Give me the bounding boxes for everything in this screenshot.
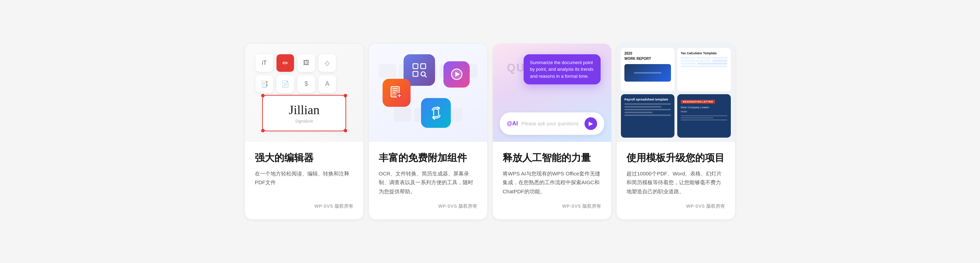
signature-area: Jillian Signature xyxy=(262,95,346,131)
ai-card: QUARTER SU Summarize the document point … xyxy=(493,44,611,220)
plugins-description: OCR、文件转换、简历生成器、屏幕录制、调查表以及一系列方便的工具，随时为您提供… xyxy=(379,169,477,196)
resignation-badge: RESIGNATION LETTER xyxy=(681,100,715,104)
editor-watermark: WP·SVS 版权所有 xyxy=(314,204,353,209)
plugins-content: 丰富的免费附加组件 OCR、文件转换、简历生成器、屏幕录制、调查表以及一系列方便… xyxy=(369,142,487,196)
tax-calculator-card: Tax Calculator Template xyxy=(677,48,731,91)
icon-text: iT xyxy=(256,54,273,72)
ai-watermark: WP·SVS 版权所有 xyxy=(562,204,601,209)
tax-card-rows xyxy=(681,57,727,67)
payroll-card: Payroll spreadsheet template xyxy=(621,94,675,138)
templates-description: 超过10000个PDF、Word、表格、幻灯片和简历模板等待着您，让您能够毫不费… xyxy=(627,169,725,196)
editor-image: iT ✏ 🖼 ◇ 📑 📄 $ A Jillian Si xyxy=(245,44,363,142)
ai-input-placeholder: Please ask your questions xyxy=(522,121,581,126)
icon-image: 🖼 xyxy=(298,54,315,72)
ai-input-bar[interactable]: @AI Please ask your questions ▶ xyxy=(500,112,604,135)
editor-description: 在一个地方轻松阅读、编辑、转换和注释PDF文件 xyxy=(255,169,353,196)
plugins-watermark: WP·SVS 版权所有 xyxy=(438,204,477,209)
work-report-card: 2020 WORK REPORT xyxy=(621,48,675,91)
icon-doc: 📑 xyxy=(256,75,273,93)
cards-container: iT ✏ 🖼 ◇ 📑 📄 $ A Jillian Si xyxy=(245,44,735,220)
editor-icons-grid: iT ✏ 🖼 ◇ 📑 📄 $ A xyxy=(256,54,336,93)
ai-send-button[interactable]: ▶ xyxy=(584,117,597,130)
ai-title: 释放人工智能的力量 xyxy=(503,151,601,164)
templates-image: 2020 WORK REPORT Tax Calculator Template xyxy=(617,44,735,142)
resignation-hello: Hello xyxy=(681,110,727,113)
svg-line-4 xyxy=(425,75,426,77)
plugins-title: 丰富的免费附加组件 xyxy=(379,151,477,164)
ai-content: 释放人工智能的力量 将WPS AI与您现有的WPS Office套件无缝集成，在… xyxy=(493,142,611,196)
signature-label: Signature xyxy=(274,119,335,124)
resignation-card: RESIGNATION LETTER Dear Company Leader: … xyxy=(677,94,731,138)
plugins-card: 丰富的免费附加组件 OCR、文件转换、简历生成器、屏幕录制、调查表以及一系列方便… xyxy=(369,44,487,220)
ai-at-sign: @AI xyxy=(507,121,518,127)
templates-watermark: WP·SVS 版权所有 xyxy=(686,204,725,209)
icon-font: A xyxy=(318,75,336,93)
work-report-title: WORK REPORT xyxy=(624,57,671,61)
plugin-icon-pdf xyxy=(383,79,410,107)
plugins-image xyxy=(369,44,487,142)
resignation-greeting: Dear Company Leader: xyxy=(681,106,727,109)
templates-content: 使用模板升级您的项目 超过10000个PDF、Word、表格、幻灯片和简历模板等… xyxy=(617,142,735,196)
plugin-icon-convert xyxy=(421,98,451,128)
editor-card: iT ✏ 🖼 ◇ 📑 📄 $ A Jillian Si xyxy=(245,44,363,220)
templates-card: 2020 WORK REPORT Tax Calculator Template xyxy=(617,44,735,220)
ai-footer: WP·SVS 版权所有 xyxy=(493,196,611,209)
ai-description: 将WPS AI与您现有的WPS Office套件无缝集成，在您熟悉的工作流程中探… xyxy=(503,169,601,196)
templates-footer: WP·SVS 版权所有 xyxy=(617,196,735,209)
payroll-rows xyxy=(624,103,671,116)
signature-text: Jillian xyxy=(274,103,335,117)
ai-image: QUARTER SU Summarize the document point … xyxy=(493,44,611,142)
editor-footer: WP·SVS 版权所有 xyxy=(245,196,363,209)
svg-rect-1 xyxy=(421,64,426,69)
tax-card-title: Tax Calculator Template xyxy=(681,51,727,55)
icon-diamond: ◇ xyxy=(318,54,336,72)
icon-dollar: $ xyxy=(298,75,315,93)
ai-bubble: Summarize the document point by point, a… xyxy=(523,54,601,85)
editor-content: 强大的编辑器 在一个地方轻松阅读、编辑、转换和注释PDF文件 xyxy=(245,142,363,196)
plugins-footer: WP·SVS 版权所有 xyxy=(369,196,487,209)
work-report-thumb xyxy=(624,64,671,81)
svg-rect-0 xyxy=(413,64,418,69)
plugin-icon-play xyxy=(444,61,470,88)
work-report-year: 2020 xyxy=(624,51,671,55)
templates-title: 使用模板升级您的项目 xyxy=(627,151,725,164)
svg-rect-2 xyxy=(413,72,418,77)
icon-page: 📄 xyxy=(277,75,294,93)
icon-edit: ✏ xyxy=(277,54,294,72)
editor-title: 强大的编辑器 xyxy=(255,151,353,164)
payroll-title: Payroll spreadsheet template xyxy=(624,98,671,101)
plugin-icons-wrapper xyxy=(369,44,487,142)
